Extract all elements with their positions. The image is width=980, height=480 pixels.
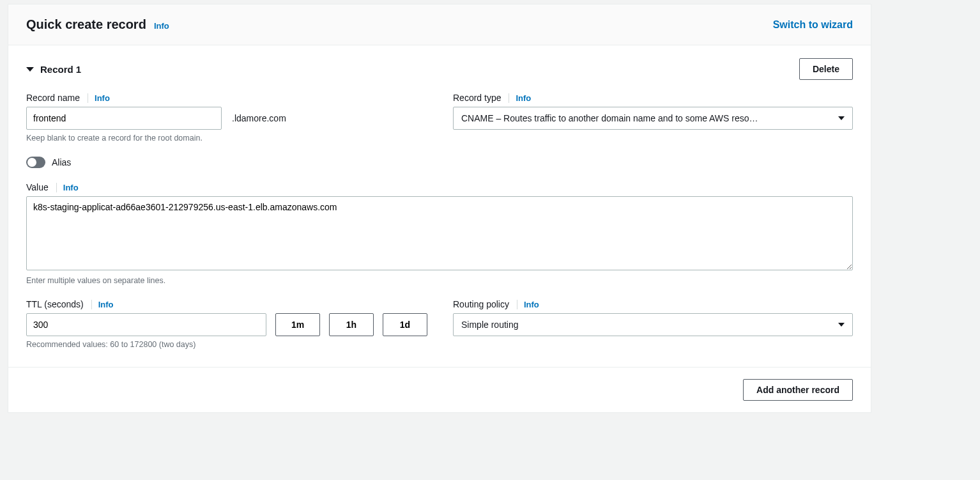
delete-button[interactable]: Delete	[799, 58, 853, 80]
record-type-label: Record type	[453, 93, 501, 103]
value-field: Value Info Enter multiple values on sepa…	[26, 182, 853, 285]
panel-footer: Add another record	[8, 367, 871, 412]
caret-down-icon	[838, 323, 845, 327]
ttl-1h-button[interactable]: 1h	[329, 313, 374, 336]
routing-selected: Simple routing	[461, 320, 829, 330]
ttl-label-row: TTL (seconds) Info	[26, 299, 427, 309]
record-header: Record 1 Delete	[26, 58, 853, 80]
ttl-1m-button[interactable]: 1m	[275, 313, 320, 336]
routing-policy-field: Routing policy Info Simple routing	[453, 299, 853, 349]
alias-field: Alias	[26, 157, 853, 168]
ttl-input-row: 1m 1h 1d	[26, 313, 427, 336]
record-name-input[interactable]	[26, 107, 222, 130]
value-textarea[interactable]	[26, 196, 853, 270]
add-another-record-button[interactable]: Add another record	[743, 379, 853, 401]
value-label: Value	[26, 182, 49, 192]
record-name-input-row: .ldamore.com	[26, 107, 427, 130]
header-info-link[interactable]: Info	[154, 21, 169, 31]
record-name-label-row: Record name Info	[26, 93, 427, 103]
caret-down-icon	[838, 116, 845, 120]
record-name-label: Record name	[26, 93, 80, 103]
ttl-field: TTL (seconds) Info 1m 1h 1d Recommended …	[26, 299, 427, 349]
record-name-info-link[interactable]: Info	[88, 93, 110, 103]
alias-toggle[interactable]	[26, 157, 45, 168]
record-collapse-toggle[interactable]: Record 1	[26, 64, 81, 75]
value-info-link[interactable]: Info	[56, 183, 79, 192]
record-name-hint: Keep blank to create a record for the ro…	[26, 134, 427, 143]
page-title: Quick create record	[26, 17, 146, 32]
record-type-field: Record type Info CNAME – Routes traffic …	[453, 93, 853, 143]
domain-suffix: .ldamore.com	[232, 113, 286, 123]
quick-create-record-panel: Quick create record Info Switch to wizar…	[8, 4, 871, 413]
ttl-1d-button[interactable]: 1d	[383, 313, 427, 336]
routing-info-link[interactable]: Info	[517, 300, 539, 309]
panel-header: Quick create record Info Switch to wizar…	[8, 4, 871, 45]
routing-label: Routing policy	[453, 299, 509, 309]
record-title: Record 1	[40, 64, 81, 75]
routing-policy-select[interactable]: Simple routing	[453, 313, 853, 336]
ttl-hint: Recommended values: 60 to 172800 (two da…	[26, 340, 427, 349]
alias-label: Alias	[52, 157, 71, 167]
switch-to-wizard-link[interactable]: Switch to wizard	[773, 19, 853, 31]
record-name-field: Record name Info .ldamore.com Keep blank…	[26, 93, 427, 143]
panel-title-group: Quick create record Info	[26, 17, 169, 32]
caret-down-icon	[26, 67, 34, 72]
value-hint: Enter multiple values on separate lines.	[26, 276, 853, 285]
alias-toggle-row: Alias	[26, 157, 853, 168]
record-type-info-link[interactable]: Info	[509, 93, 531, 103]
ttl-input[interactable]	[26, 313, 266, 336]
record-type-select[interactable]: CNAME – Routes traffic to another domain…	[453, 107, 853, 130]
value-label-row: Value Info	[26, 182, 853, 192]
form-grid: Record name Info .ldamore.com Keep blank…	[26, 93, 853, 349]
routing-label-row: Routing policy Info	[453, 299, 853, 309]
ttl-info-link[interactable]: Info	[91, 300, 114, 309]
record-type-selected: CNAME – Routes traffic to another domain…	[461, 113, 829, 123]
record-type-label-row: Record type Info	[453, 93, 853, 103]
ttl-label: TTL (seconds)	[26, 299, 84, 309]
panel-body: Record 1 Delete Record name Info .ldamor…	[8, 45, 871, 367]
